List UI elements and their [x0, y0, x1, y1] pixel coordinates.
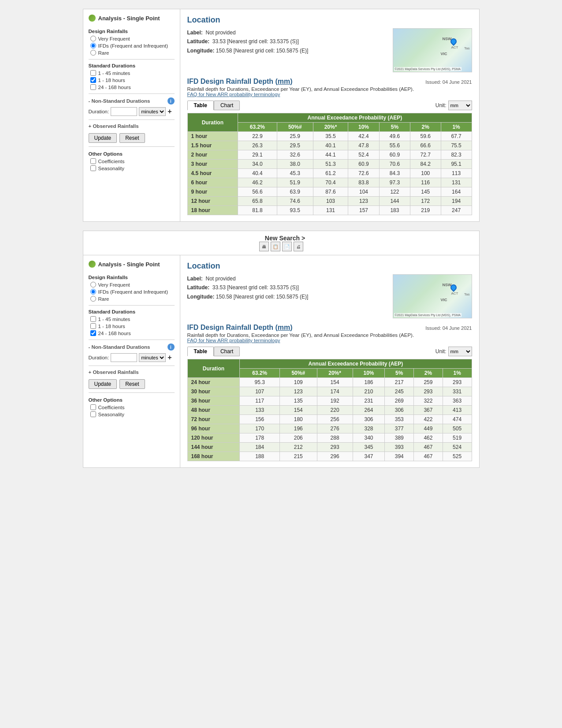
duration-cell: 48 hour [187, 406, 240, 415]
non-standard-toggle[interactable]: - Non-Standard Durations [89, 98, 150, 104]
info-icon-2[interactable]: i [167, 343, 175, 351]
location-label-2-p: Label: Not provided [187, 274, 387, 283]
faq-link-2[interactable]: FAQ for New ARR probability terminology [187, 338, 280, 343]
duration-cell: 168 hour [187, 452, 240, 461]
add-duration-button-2[interactable]: + [167, 354, 171, 361]
check-168hours[interactable]: 24 - 168 hours [90, 84, 175, 90]
value-cell: 389 [385, 433, 414, 443]
duration-input[interactable] [111, 107, 137, 116]
duration-cell: 120 hour [187, 433, 240, 443]
value-cell: 82.3 [441, 150, 472, 160]
value-cell: 322 [414, 396, 443, 406]
map-pin-2 [450, 284, 455, 291]
value-cell: 123 [279, 387, 317, 396]
observed-toggle[interactable]: + Observed Rainfalls [89, 123, 175, 129]
tab-table-2[interactable]: Table [187, 347, 214, 356]
value-cell: 109 [279, 378, 317, 387]
toolbar-icon-3[interactable]: 📄 [282, 242, 292, 251]
value-cell: 328 [353, 424, 385, 433]
non-standard-toggle-2[interactable]: - Non-Standard Durations [89, 344, 150, 350]
value-cell: 75.5 [441, 141, 472, 150]
toolbar-icon-4[interactable]: 🖨 [294, 242, 303, 251]
check-18hours-2[interactable]: 1 - 18 hours [90, 323, 175, 329]
ifd-title-row-1: IFD Design Rainfall Depth (mm) Issued: 0… [187, 78, 472, 86]
duration-cell: 12 hour [187, 197, 238, 206]
duration-cell: 1 hour [187, 132, 238, 141]
value-cell: 104 [348, 187, 380, 197]
toolbar-icon-2[interactable]: 📋 [271, 242, 280, 251]
faq-link-1[interactable]: FAQ for New ARR probability terminology [187, 92, 280, 97]
check-45min[interactable]: 1 - 45 minutes [90, 70, 175, 76]
tab-table-1[interactable]: Table [187, 101, 214, 110]
location-label-1: Label: Not provided [187, 28, 387, 37]
value-cell: 131 [313, 206, 348, 215]
value-cell: 25.9 [277, 132, 313, 141]
radio-ifd-label: IFDs (Frequent and Infrequent) [98, 43, 168, 49]
duration-select[interactable]: minutes hours [139, 107, 166, 116]
radio-very-frequent[interactable]: Very Frequent [90, 36, 175, 41]
check-168hours-2[interactable]: 24 - 168 hours [90, 330, 175, 336]
panel-2-inner: Analysis - Single Point Design Rainfalls… [83, 255, 479, 467]
unit-select-1[interactable]: mm inches [448, 101, 472, 110]
check-coefficients-2[interactable]: Coefficients [90, 404, 175, 410]
value-cell: 345 [353, 443, 385, 452]
check-18hours[interactable]: 1 - 18 hours [90, 77, 175, 83]
design-rainfalls-label: Design Rainfalls [89, 29, 175, 34]
radio-very-frequent-2[interactable]: Very Frequent [90, 282, 175, 287]
info-icon[interactable]: i [167, 97, 175, 105]
unit-select-2[interactable]: mm inches [448, 347, 472, 356]
table-row: 12 hour65.874.6103123144172194 [187, 197, 472, 206]
value-cell: 49.6 [380, 132, 410, 141]
toolbar-icon-1[interactable]: 🖶 [259, 242, 269, 251]
duration-select-2[interactable]: minutes hours [139, 353, 166, 362]
radio-rare-label-2: Rare [98, 296, 109, 302]
check-seasonality-2[interactable]: Seasonality [90, 411, 175, 417]
check-45min-label: 1 - 45 minutes [98, 71, 130, 76]
value-cell: 210 [353, 387, 385, 396]
table-row: 144 hour184212293345393467524 [187, 443, 472, 452]
value-cell: 72.6 [348, 169, 380, 178]
reset-button-2[interactable]: Reset [119, 379, 145, 389]
check-coefficients-1[interactable]: Coefficients [90, 158, 175, 164]
value-cell: 353 [385, 415, 414, 424]
check-seasonality-1[interactable]: Seasonality [90, 165, 175, 171]
value-cell: 70.4 [313, 178, 348, 187]
new-search-link[interactable]: New Search > [257, 235, 305, 242]
duration-cell: 1.5 hour [187, 141, 238, 150]
radio-ifd-2[interactable]: IFDs (Frequent and Infrequent) [90, 289, 175, 295]
value-cell: 60.9 [380, 150, 410, 160]
update-button-2[interactable]: Update [89, 379, 117, 389]
value-cell: 293 [317, 443, 353, 452]
location-map-row-2: Label: Not provided Latitude: 33.53 [Nea… [187, 274, 472, 318]
duration-cell: 144 hour [187, 443, 240, 452]
observed-toggle-2[interactable]: + Observed Rainfalls [89, 370, 175, 375]
tab-chart-2[interactable]: Chart [214, 347, 240, 356]
th-col-2-2: 20%* [317, 369, 353, 378]
value-cell: 215 [279, 452, 317, 461]
radio-ifd[interactable]: IFDs (Frequent and Infrequent) [90, 43, 175, 49]
add-duration-button[interactable]: + [167, 108, 171, 115]
value-cell: 113 [441, 169, 472, 178]
radio-rare-2[interactable]: Rare [90, 296, 175, 302]
table-row: 1.5 hour26.329.540.147.855.666.675.5 [187, 141, 472, 150]
table-row: 18 hour81.893.5131157183219247 [187, 206, 472, 215]
table-row: 6 hour46.251.970.483.897.3116131 [187, 178, 472, 187]
location-longitude-2: Longitude: 150.58 [Nearest grid cell: 15… [187, 292, 387, 301]
map-pin-1 [450, 38, 455, 45]
check-45min-2[interactable]: 1 - 45 minutes [90, 316, 175, 322]
update-button-1[interactable]: Update [89, 133, 117, 143]
value-cell: 212 [279, 443, 317, 452]
table-row: 72 hour156180256306353422474 [187, 415, 472, 424]
radio-rare[interactable]: Rare [90, 50, 175, 56]
check-168hours-label-2: 24 - 168 hours [98, 331, 131, 336]
button-row-1: Update Reset [89, 133, 175, 143]
reset-button-1[interactable]: Reset [119, 133, 145, 143]
duration-input-2[interactable] [111, 353, 137, 362]
value-cell: 449 [414, 424, 443, 433]
tab-chart-1[interactable]: Chart [214, 101, 240, 110]
value-cell: 293 [443, 378, 472, 387]
divider-8 [89, 392, 175, 393]
value-cell: 259 [414, 378, 443, 387]
map-2: NSW ACT VIC Tas ©2021 MapData Services P… [393, 274, 472, 318]
value-cell: 51.9 [277, 178, 313, 187]
